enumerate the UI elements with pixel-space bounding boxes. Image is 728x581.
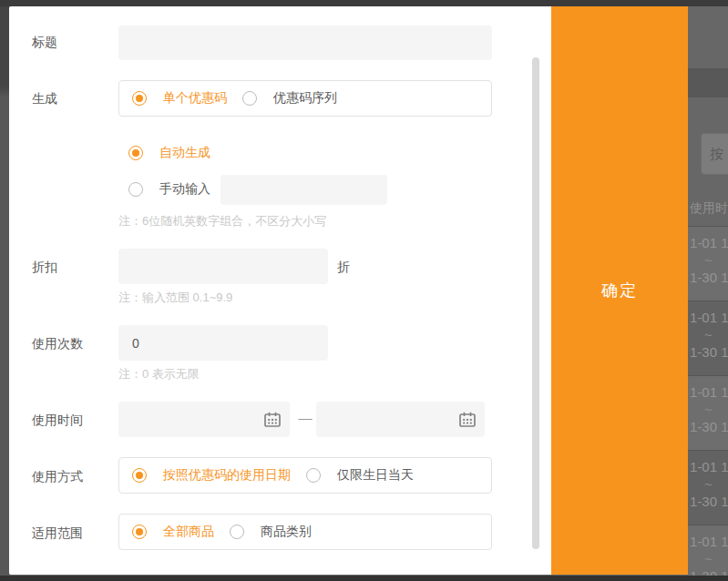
single-code-option-label[interactable]: 单个优惠码 — [163, 90, 227, 107]
all-products-option-label[interactable]: 全部商品 — [163, 524, 214, 540]
manual-code-input[interactable] — [220, 175, 387, 205]
usage-method-radio-group: 按照优惠码的使用日期 仅限生日当天 — [118, 457, 492, 494]
scrollbar[interactable] — [532, 57, 539, 549]
radio-manual-input[interactable] — [128, 182, 143, 197]
overlay-left-strip — [0, 6, 9, 576]
radio-all-products-selected[interactable] — [132, 525, 147, 539]
usage-count-label: 使用次数 — [32, 336, 83, 352]
end-date-input[interactable] — [316, 402, 485, 437]
filter-button-partial[interactable]: 按 — [701, 133, 728, 175]
start-date-input[interactable] — [118, 402, 290, 437]
title-input[interactable] — [118, 25, 492, 60]
generate-label: 生成 — [32, 91, 57, 107]
overlay-top-strip — [0, 0, 728, 6]
scope-label: 适用范围 — [32, 525, 83, 542]
discount-unit: 折 — [337, 260, 350, 276]
auto-generate-row: 自动生成 — [128, 145, 210, 161]
title-label: 标题 — [32, 35, 57, 51]
background-section — [688, 68, 728, 97]
discount-label: 折扣 — [32, 260, 57, 276]
code-series-option-label[interactable]: 优惠码序列 — [273, 90, 337, 107]
discount-range-note: 注：输入范围 0.1~9.9 — [118, 290, 232, 306]
usage-method-label: 使用方式 — [32, 469, 83, 485]
usage-count-note: 注：0 表示无限 — [118, 366, 200, 382]
table-row: 1-01 1 ~ 1-30 1 — [688, 525, 728, 581]
table-row: 1-01 1 ~ 1-30 1 — [688, 450, 728, 525]
radio-auto-generate-selected[interactable] — [128, 146, 143, 160]
scope-radio-group: 全部商品 商品类别 — [118, 514, 492, 550]
radio-code-series[interactable] — [242, 91, 257, 106]
table-row: 1-01 1 ~ 1-30 1 — [688, 375, 728, 450]
table-row: 1-01 1 ~ 1-30 1 — [688, 301, 728, 375]
date-range-separator: — — [294, 410, 316, 425]
usage-time-label: 使用时间 — [32, 413, 83, 429]
radio-product-category[interactable] — [230, 525, 244, 539]
generate-radio-group: 单个优惠码 优惠码序列 — [118, 80, 492, 117]
birthday-only-option-label[interactable]: 仅限生日当天 — [337, 467, 414, 484]
usage-count-input[interactable] — [118, 325, 328, 361]
manual-input-label[interactable]: 手动输入 — [159, 181, 210, 198]
overlay-bottom-strip — [0, 576, 728, 581]
product-category-option-label[interactable]: 商品类别 — [261, 524, 312, 540]
coupon-modal: 标题 生成 单个优惠码 优惠码序列 自动生成 手动输入 注：6位随机英数字组合，… — [9, 6, 688, 575]
code-format-note: 注：6位随机英数字组合，不区分大小写 — [118, 213, 326, 229]
radio-single-code-selected[interactable] — [132, 91, 147, 106]
table-column-header: 使用时间 — [690, 200, 728, 217]
radio-by-usage-date-selected[interactable] — [132, 468, 147, 483]
confirm-button[interactable]: 确定 — [551, 6, 688, 575]
radio-birthday-only[interactable] — [306, 468, 321, 483]
calendar-icon — [263, 411, 282, 429]
discount-input[interactable] — [118, 249, 328, 284]
manual-input-row: 手动输入 — [128, 181, 210, 198]
table-rows: 1-01 1 ~ 1-30 1 1-01 1 ~ 1-30 1 1-01 1 ~… — [688, 226, 728, 581]
table-row: 1-01 1 ~ 1-30 1 — [688, 226, 728, 301]
by-usage-date-option-label[interactable]: 按照优惠码的使用日期 — [163, 467, 291, 484]
background-page: 按 使用时间 1-01 1 ~ 1-30 1 1-01 1 ~ 1-30 1 1… — [688, 0, 728, 581]
calendar-icon — [458, 411, 477, 429]
auto-generate-label[interactable]: 自动生成 — [159, 145, 210, 161]
